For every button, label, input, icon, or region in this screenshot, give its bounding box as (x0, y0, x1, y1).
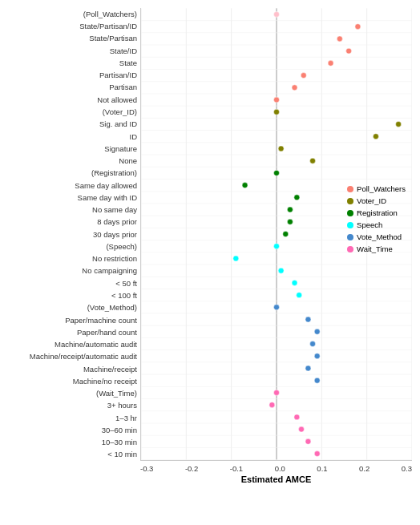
legend-item: Poll_Watchers (347, 184, 406, 193)
legend-label: Voter_ID (357, 196, 386, 205)
svg-point-56 (310, 158, 316, 164)
svg-point-60 (287, 207, 293, 212)
svg-point-73 (305, 365, 311, 371)
svg-point-78 (298, 426, 304, 432)
svg-point-47 (346, 48, 352, 54)
svg-point-52 (274, 109, 280, 115)
svg-point-53 (396, 121, 402, 127)
legend-item: Wait_Time (347, 244, 406, 253)
svg-point-44 (274, 11, 280, 17)
y-label: Partisan/ID (99, 69, 140, 81)
y-label: State/ID (110, 45, 140, 57)
y-label: 1–3 hr (115, 412, 140, 424)
x-axis-label: 0.3 (402, 464, 412, 473)
svg-point-66 (292, 280, 297, 285)
x-axis-title: Estimated AMCE (140, 475, 412, 484)
y-label: (Registration) (91, 167, 140, 179)
svg-point-64 (233, 256, 239, 261)
svg-point-65 (278, 268, 284, 273)
svg-point-71 (310, 341, 316, 347)
legend-dot (347, 246, 353, 252)
legend-item: Speech (347, 220, 406, 229)
y-label: Machine/receipt/automatic audit (30, 350, 140, 362)
y-labels: (Poll_Watchers)State/Partisan/IDState/Pa… (8, 8, 140, 461)
svg-point-79 (305, 438, 311, 444)
y-label: 10–30 min (102, 436, 140, 448)
y-label: Machine/automatic audit (55, 338, 140, 350)
y-label: 30–60 min (102, 424, 140, 436)
svg-point-75 (274, 390, 280, 395)
legend-label: Registration (357, 208, 398, 217)
svg-point-58 (242, 183, 248, 188)
y-label: (Poll_Watchers) (83, 8, 140, 20)
y-label: (Wait_Time) (96, 387, 140, 399)
svg-point-59 (294, 195, 300, 200)
legend-label: Vote_Method (357, 232, 402, 241)
svg-point-61 (287, 219, 293, 224)
y-label: State/Partisan/ID (79, 20, 140, 32)
y-label: Paper/machine count (65, 314, 140, 326)
legend-item: Voter_ID (347, 196, 406, 205)
chart-container: (Poll_Watchers)State/Partisan/IDState/Pa… (0, 0, 420, 525)
svg-point-45 (355, 24, 361, 30)
x-axis-labels: -0.3-0.2-0.10.00.10.20.3 (140, 461, 412, 473)
y-label: (Speech) (106, 240, 140, 252)
y-label: No same day (92, 204, 140, 216)
chart-area: (Poll_Watchers)State/Partisan/IDState/Pa… (8, 8, 412, 461)
svg-point-48 (328, 60, 333, 66)
y-label: ID (130, 131, 141, 143)
x-axis-label: 0.1 (317, 464, 327, 473)
x-axis-label: -0.3 (140, 464, 153, 473)
svg-point-62 (283, 232, 289, 237)
svg-point-54 (373, 134, 378, 139)
svg-point-57 (274, 170, 280, 176)
y-label: < 100 ft (111, 289, 140, 301)
svg-point-74 (314, 378, 320, 383)
y-label: 30 days prior (93, 228, 140, 240)
svg-point-70 (314, 329, 320, 334)
y-label: < 10 min (107, 449, 140, 461)
legend-dot (347, 234, 353, 240)
plot-area: Poll_WatchersVoter_IDRegistrationSpeechV… (140, 8, 412, 461)
x-axis-label: 0.0 (275, 464, 285, 473)
legend-label: Speech (357, 220, 382, 229)
legend-dot (347, 186, 353, 192)
y-label: Sig. and ID (99, 118, 140, 130)
y-label: No campaigning (82, 265, 140, 277)
svg-point-46 (337, 36, 342, 42)
y-label: Machine/no receipt (73, 375, 140, 387)
y-label: Same day allowed (75, 180, 140, 192)
legend-dot (347, 210, 353, 216)
svg-point-63 (274, 244, 280, 249)
legend-dot (347, 198, 353, 204)
svg-point-49 (301, 73, 306, 79)
svg-point-76 (269, 402, 275, 408)
x-axis-label: 0.2 (359, 464, 370, 473)
y-label: State (119, 57, 140, 69)
y-label: (Vote_Method) (87, 301, 140, 313)
svg-point-72 (314, 353, 320, 359)
legend-item: Registration (347, 208, 406, 217)
svg-point-55 (278, 146, 284, 151)
y-label: (Voter_ID) (103, 106, 140, 118)
svg-point-80 (314, 451, 320, 457)
legend-item: Vote_Method (347, 232, 406, 241)
y-label: < 50 ft (115, 277, 140, 289)
svg-point-69 (305, 317, 311, 322)
y-label: 3+ hours (107, 400, 140, 412)
svg-point-68 (274, 305, 280, 310)
legend-label: Poll_Watchers (357, 184, 406, 193)
legend-label: Wait_Time (357, 244, 393, 253)
y-label: Same day with ID (78, 192, 140, 204)
legend: Poll_WatchersVoter_IDRegistrationSpeechV… (347, 184, 406, 256)
y-label: 8 days prior (97, 216, 140, 228)
y-label: State/Partisan (89, 33, 140, 45)
svg-point-50 (292, 85, 297, 91)
svg-point-67 (297, 293, 302, 298)
y-label: Not allowed (97, 94, 140, 106)
svg-point-51 (274, 97, 280, 103)
y-label: Partisan (109, 82, 140, 94)
legend-dot (347, 222, 353, 228)
y-label: Paper/hand count (77, 326, 140, 338)
x-axis-label: -0.1 (230, 464, 243, 473)
